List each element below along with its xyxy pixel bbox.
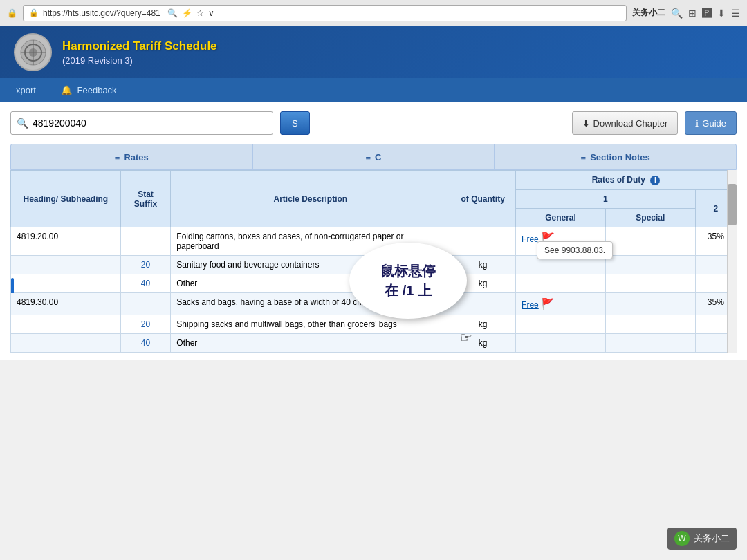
download-chapter-button[interactable]: ⬇ Download Chapter — [572, 111, 679, 135]
nav-export-label: xport — [16, 85, 36, 95]
download-icon: ⬇ — [582, 118, 590, 129]
search-button[interactable]: S — [280, 111, 310, 135]
lock-icon: 🔒 — [29, 8, 39, 17]
browser-search-icon: 🔍 — [671, 8, 683, 19]
cell-general: Free 🚩 — [516, 293, 606, 315]
scrollbar-thumb[interactable] — [728, 184, 737, 225]
search-icon: 🔍 — [167, 8, 178, 18]
lightning-icon: ⚡ — [182, 8, 192, 18]
chinese-label: 关务小二 — [632, 7, 665, 19]
free-rate-link[interactable]: Free — [522, 300, 539, 310]
search-input[interactable] — [33, 118, 267, 129]
browser-ext-icon: 🅿 — [702, 8, 712, 19]
nav-bar: xport 🔔 Feedback — [0, 78, 747, 102]
tab-section-notes-label: Section Notes — [590, 152, 650, 162]
table-row: 40 Other kg — [11, 334, 737, 353]
nav-item-export[interactable]: xport — [10, 82, 42, 99]
table-container: Heading/ Subheading Stat Suffix Article … — [10, 170, 737, 353]
cell-special — [605, 315, 695, 334]
cell-stat — [120, 293, 171, 315]
free-rate-link[interactable]: Free — [522, 234, 539, 244]
browser-security: 🔒 — [7, 8, 17, 18]
cell-stat — [120, 227, 171, 256]
cell-special — [605, 293, 695, 315]
cell-general — [516, 334, 606, 353]
wechat-label: 关务小二 — [694, 532, 730, 545]
nav-item-feedback[interactable]: 🔔 Feedback — [55, 82, 122, 99]
url-bar[interactable]: 🔒 https://hts.usitc.gov/?query=481 🔍 ⚡ ☆… — [23, 5, 627, 21]
cell-heading — [11, 334, 121, 353]
cell-heading — [11, 274, 121, 293]
guide-icon: ℹ — [695, 118, 699, 129]
wechat-icon: W — [674, 531, 690, 546]
cell-heading — [11, 315, 121, 334]
tab-rates[interactable]: ≡ Rates — [11, 144, 253, 169]
site-title: Harmonized Tariff Schedule — [62, 39, 217, 53]
nav-feedback-label: Feedback — [77, 85, 117, 95]
browser-chrome: 🔒 🔒 https://hts.usitc.gov/?query=481 🔍 ⚡… — [0, 0, 747, 26]
th-article: Article Description — [171, 171, 450, 227]
cell-stat: 20 — [120, 315, 171, 334]
cell-stat: 20 — [120, 256, 171, 274]
browser-right-controls: 关务小二 🔍 ⊞ 🅿 ⬇ ☰ — [632, 7, 740, 19]
cell-article: Other — [171, 334, 450, 353]
tab-c-icon: ≡ — [366, 152, 371, 162]
cell-special — [605, 334, 695, 353]
cell-special — [605, 227, 695, 256]
cell-general — [516, 274, 606, 293]
orange-flag[interactable]: 🚩 — [541, 298, 555, 310]
url-text: https://hts.usitc.gov/?query=481 — [43, 8, 160, 18]
site-title-block: Harmonized Tariff Schedule (2019 Revisio… — [62, 39, 217, 66]
site-header: Harmonized Tariff Schedule (2019 Revisio… — [0, 26, 747, 78]
browser-download-icon: ⬇ — [717, 8, 726, 19]
site-logo — [14, 33, 52, 71]
cell-stat: 40 — [120, 334, 171, 353]
th-rates-of-duty: Rates of Duty i — [516, 171, 737, 190]
guide-button[interactable]: ℹ Guide — [685, 111, 737, 135]
tab-section-notes-icon: ≡ — [581, 152, 587, 162]
cell-stat: 40 — [120, 274, 171, 293]
wechat-badge: W 关务小二 — [667, 528, 737, 550]
th-heading: Heading/ Subheading — [11, 171, 121, 227]
search-btn-label: S — [292, 118, 298, 129]
rates-info-icon[interactable]: i — [650, 176, 660, 185]
feedback-icon: 🔔 — [61, 85, 72, 95]
guide-label: Guide — [702, 118, 726, 129]
download-label: Download Chapter — [593, 118, 668, 129]
th-stat: Stat Suffix — [120, 171, 171, 227]
tooltip-bubble: See 9903.88.03. — [537, 241, 613, 259]
tab-section-notes[interactable]: ≡ Section Notes — [495, 144, 736, 169]
cell-general: Free 🚩 See 9903.88.03. — [516, 227, 606, 256]
cell-special — [605, 256, 695, 274]
security-icon: 🔒 — [7, 8, 17, 18]
th-general: General — [516, 209, 606, 227]
browser-menu-icon: ☰ — [731, 8, 740, 19]
cell-heading — [11, 256, 121, 274]
main-content: 🔍 S ⬇ Download Chapter ℹ Guide ≡ Rates ≡… — [0, 102, 747, 360]
cell-heading: 4819.20.00 — [11, 227, 121, 256]
cell-heading: 4819.30.00 — [11, 293, 121, 315]
tab-c[interactable]: ≡ C — [253, 144, 495, 169]
th-special: Special — [605, 209, 695, 227]
cell-general — [516, 315, 606, 334]
scrollbar[interactable] — [727, 170, 737, 353]
th-col1: 1 — [516, 190, 696, 209]
tab-c-label: C — [375, 152, 381, 162]
search-icon: 🔍 — [17, 118, 28, 129]
cell-unit — [450, 227, 516, 256]
dropdown-icon: ∨ — [208, 8, 214, 18]
annotation-text: 鼠标悬停 在 /1 上 — [380, 261, 436, 300]
star-icon: ☆ — [196, 8, 204, 18]
filter-tabs: ≡ Rates ≡ C ≡ Section Notes — [10, 144, 737, 170]
tab-rates-label: Rates — [124, 152, 148, 162]
browser-grid-icon: ⊞ — [688, 8, 697, 19]
search-bar: 🔍 S ⬇ Download Chapter ℹ Guide — [10, 109, 737, 137]
cell-special — [605, 274, 695, 293]
tab-rates-icon: ≡ — [115, 152, 120, 162]
annotation-bubble: 鼠标悬停 在 /1 上 — [349, 243, 467, 319]
cursor: ☞ — [460, 329, 472, 346]
search-input-wrap[interactable]: 🔍 — [10, 111, 273, 135]
table-row: 20 Shipping sacks and multiwall bags, ot… — [11, 315, 737, 334]
site-subtitle: (2019 Revision 3) — [62, 55, 217, 66]
th-unit: of Quantity — [450, 171, 516, 227]
